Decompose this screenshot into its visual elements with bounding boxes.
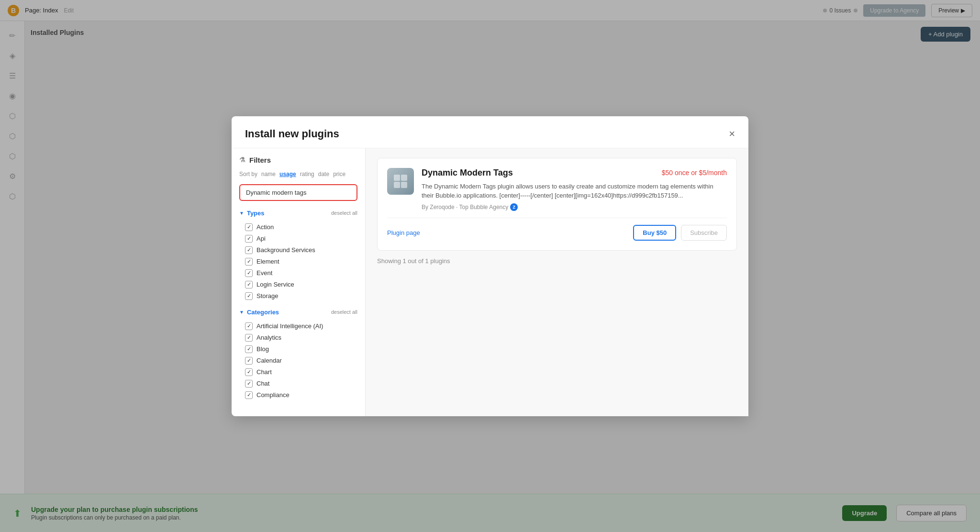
filter-header: ⚗ Filters <box>239 156 357 164</box>
plugin-price: $50 once or $5/month <box>662 169 727 177</box>
plugin-title-row: Dynamic Modern Tags $50 once or $5/month <box>422 168 727 178</box>
cat-calendar-checkbox[interactable] <box>245 357 253 365</box>
filter-icon: ⚗ <box>239 156 245 164</box>
categories-section-header[interactable]: ▼ Categories deselect all <box>239 309 357 316</box>
category-chart[interactable]: Chart <box>239 366 357 378</box>
filter-title: Filters <box>249 156 271 164</box>
modal-title: Install new plugins <box>245 128 339 140</box>
type-bg-checkbox[interactable] <box>245 246 253 254</box>
types-triangle-icon: ▼ <box>239 211 244 216</box>
type-action[interactable]: Action <box>239 222 357 233</box>
svg-rect-3 <box>401 182 407 188</box>
category-ai[interactable]: Artificial Intelligence (AI) <box>239 321 357 332</box>
cat-compliance-checkbox[interactable] <box>245 391 253 399</box>
categories-triangle-icon: ▼ <box>239 310 244 315</box>
type-storage-checkbox[interactable] <box>245 292 253 300</box>
type-api-checkbox[interactable] <box>245 235 253 243</box>
svg-rect-2 <box>394 182 400 188</box>
cat-chart-checkbox[interactable] <box>245 368 253 376</box>
type-login-service[interactable]: Login Service <box>239 279 357 290</box>
category-blog[interactable]: Blog <box>239 344 357 355</box>
category-compliance[interactable]: Compliance <box>239 389 357 401</box>
categories-list: Artificial Intelligence (AI) Analytics B… <box>239 321 357 401</box>
plugin-icon-inner <box>387 168 414 195</box>
search-input[interactable] <box>239 184 357 201</box>
plugin-description: The Dynamic Modern Tags plugin allows us… <box>422 182 727 200</box>
cat-blog-checkbox[interactable] <box>245 345 253 353</box>
types-title: ▼ Types <box>239 210 265 217</box>
type-api[interactable]: Api <box>239 233 357 244</box>
type-event[interactable]: Event <box>239 267 357 279</box>
type-element-checkbox[interactable] <box>245 258 253 266</box>
plugin-actions: Buy $50 Subscribe <box>633 225 727 241</box>
plugin-info: Dynamic Modern Tags $50 once or $5/month… <box>422 168 727 211</box>
plugin-name: Dynamic Modern Tags <box>422 168 513 178</box>
type-element[interactable]: Element <box>239 256 357 267</box>
buy-button[interactable]: Buy $50 <box>633 225 676 241</box>
modal-overlay: Install new plugins × ⚗ Filters Sort by … <box>0 0 980 532</box>
svg-rect-0 <box>394 175 400 181</box>
type-background-services[interactable]: Background Services <box>239 244 357 256</box>
type-storage[interactable]: Storage <box>239 290 357 302</box>
category-calendar[interactable]: Calendar <box>239 355 357 366</box>
types-list: Action Api Background Services Element <box>239 222 357 302</box>
type-event-checkbox[interactable] <box>245 269 253 277</box>
cat-ai-checkbox[interactable] <box>245 322 253 330</box>
sort-date[interactable]: date <box>318 171 329 177</box>
category-analytics[interactable]: Analytics <box>239 332 357 344</box>
sort-name[interactable]: name <box>261 171 276 177</box>
categories-title: ▼ Categories <box>239 309 279 316</box>
type-login-checkbox[interactable] <box>245 281 253 288</box>
results-panel: Dynamic Modern Tags $50 once or $5/month… <box>366 148 748 416</box>
category-chat[interactable]: Chat <box>239 378 357 389</box>
plugin-page-link[interactable]: Plugin page <box>387 229 420 236</box>
plugin-author: By Zeroqode · Top Bubble Agency Z <box>422 203 727 211</box>
subscribe-button[interactable]: Subscribe <box>681 225 727 241</box>
cat-chat-checkbox[interactable] <box>245 380 253 388</box>
plugin-icon <box>387 168 414 195</box>
sort-row: Sort by name usage rating date price <box>239 171 357 177</box>
sort-rating[interactable]: rating <box>300 171 314 177</box>
cat-analytics-checkbox[interactable] <box>245 334 253 342</box>
modal-body: ⚗ Filters Sort by name usage rating date… <box>232 148 748 416</box>
sort-label: Sort by <box>239 171 257 177</box>
categories-deselect[interactable]: deselect all <box>331 309 357 315</box>
modal-header: Install new plugins × <box>232 116 748 148</box>
plugin-card-top: Dynamic Modern Tags $50 once or $5/month… <box>387 168 727 211</box>
type-action-checkbox[interactable] <box>245 223 253 231</box>
types-deselect[interactable]: deselect all <box>331 210 357 216</box>
plugin-card-bottom: Plugin page Buy $50 Subscribe <box>387 218 727 241</box>
modal-close-button[interactable]: × <box>729 129 735 139</box>
types-section-header[interactable]: ▼ Types deselect all <box>239 210 357 217</box>
sort-usage[interactable]: usage <box>279 171 296 177</box>
results-count: Showing 1 out of 1 plugins <box>377 257 737 265</box>
author-badge: Z <box>510 203 518 211</box>
plugin-card-dynamic-tags: Dynamic Modern Tags $50 once or $5/month… <box>377 158 737 251</box>
svg-rect-1 <box>401 175 407 181</box>
install-plugins-modal: Install new plugins × ⚗ Filters Sort by … <box>232 116 748 416</box>
sort-price[interactable]: price <box>333 171 345 177</box>
filter-panel: ⚗ Filters Sort by name usage rating date… <box>232 148 366 416</box>
